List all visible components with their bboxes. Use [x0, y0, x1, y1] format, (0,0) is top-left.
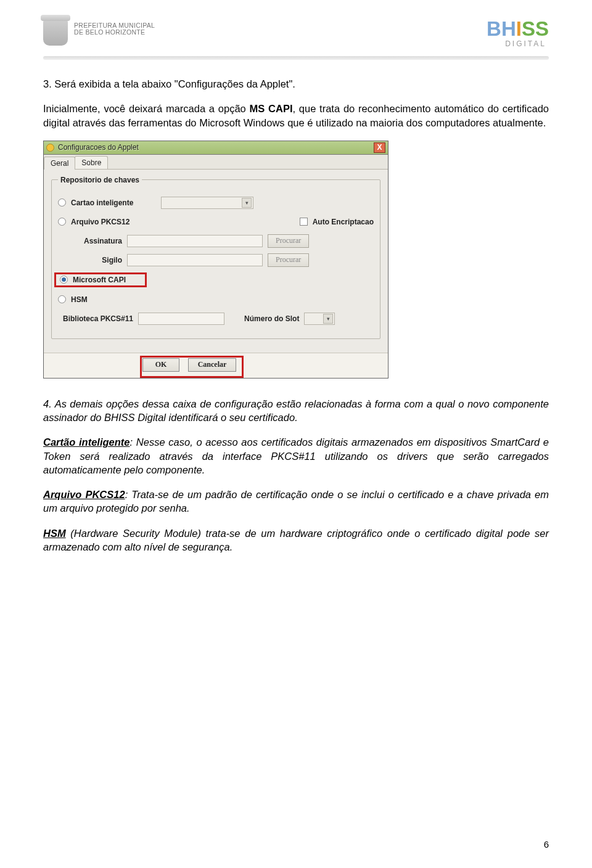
input-assinatura[interactable] [127, 235, 263, 247]
page-header: PREFEITURA MUNICIPAL DE BELO HORIZONTE B… [43, 18, 549, 47]
bhiss-h: H [501, 18, 516, 39]
checkbox-autoencript[interactable] [300, 218, 308, 226]
dialog-title: Configuracoes do Applet [58, 143, 139, 152]
paragraph-cartao: Cartão inteligente: Nesse caso, o acesso… [43, 435, 549, 477]
paragraph-hsm: HSM (Hardware Security Module) trata-se … [43, 526, 549, 554]
radio-hsm[interactable] [58, 295, 66, 303]
label-slot: Número do Slot [244, 314, 299, 323]
tab-sobre[interactable]: Sobre [75, 156, 108, 169]
repositorio-fieldset: Repositorio de chaves Cartao inteligente… [51, 176, 380, 339]
label-mscapi: Microsoft CAPI [73, 276, 126, 284]
applet-config-dialog: Configuracoes do Applet X Geral Sobre Re… [43, 141, 388, 379]
label-sigilo: Sigilo [74, 256, 122, 264]
dialog-titlebar: Configuracoes do Applet X [44, 141, 388, 155]
hsm-body: (Hardware Security Module) trata-se de u… [43, 528, 549, 552]
page-number: 6 [544, 839, 549, 850]
btn-procurar-assinatura[interactable]: Procurar [268, 234, 309, 248]
combo-slot[interactable]: ▾ [304, 313, 335, 325]
cancel-button[interactable]: Cancelar [188, 358, 236, 372]
bhiss-b: B [487, 18, 501, 39]
input-biblioteca[interactable] [138, 313, 224, 325]
dialog-button-bar: OK Cancelar [44, 353, 388, 378]
bhiss-sub: DIGITAL [487, 40, 549, 47]
chevron-down-icon: ▾ [242, 198, 252, 208]
hsm-title: HSM [43, 528, 66, 539]
bhiss-logo: B H I S S DIGITAL [487, 18, 549, 47]
bhiss-s2: S [535, 18, 549, 39]
btn-procurar-sigilo[interactable]: Procurar [268, 253, 309, 267]
bhiss-s1: S [522, 18, 535, 39]
radio-mscapi[interactable] [60, 276, 68, 284]
p3b-a: Inicialmente, você deixará marcada a opç… [43, 103, 250, 114]
radio-pkcs12[interactable] [58, 218, 66, 226]
close-icon[interactable]: X [374, 142, 385, 153]
bhiss-i: I [516, 18, 522, 39]
cartao-title: Cartão inteligente [43, 436, 130, 448]
label-autoencript: Auto Encriptacao [313, 218, 374, 226]
prefeitura-line2: DE BELO HORIZONTE [74, 29, 155, 36]
chevron-down-icon: ▾ [323, 314, 333, 324]
ok-button[interactable]: OK [142, 358, 179, 372]
paragraph-4: 4. As demais opções dessa caixa de confi… [43, 397, 549, 425]
input-sigilo[interactable] [127, 254, 263, 266]
radio-cartao[interactable] [58, 199, 66, 207]
dialog-tabs: Geral Sobre [44, 155, 388, 170]
label-assinatura: Assinatura [74, 237, 122, 245]
tab-geral[interactable]: Geral [44, 157, 75, 170]
paragraph-pkcs: Arquivo PKCS12: Trata-se de um padrão de… [43, 488, 549, 515]
label-pkcs12: Arquivo PKCS12 [71, 218, 156, 226]
pkcs-title: Arquivo PKCS12 [43, 489, 125, 500]
label-biblioteca: Biblioteca PKCS#11 [63, 314, 133, 323]
header-divider [43, 56, 549, 60]
p3b-bold: MS CAPI [250, 103, 293, 114]
paragraph-3b: Inicialmente, você deixará marcada a opç… [43, 102, 549, 129]
paragraph-3: 3. Será exibida a tela abaixo "Configura… [43, 77, 549, 91]
label-hsm: HSM [71, 295, 88, 304]
repositorio-legend: Repositorio de chaves [58, 176, 142, 184]
combo-cartao[interactable]: ▾ [161, 197, 253, 209]
java-icon [46, 144, 54, 152]
label-cartao: Cartao inteligente [71, 199, 156, 207]
city-crest-icon [43, 18, 68, 46]
